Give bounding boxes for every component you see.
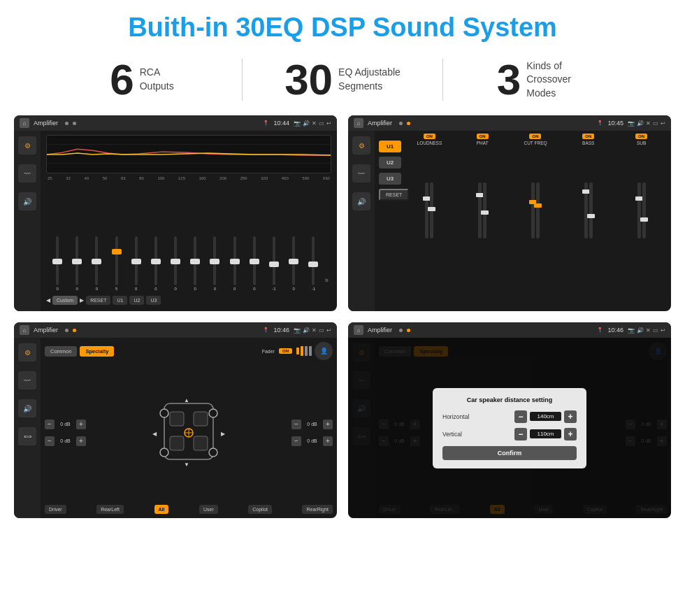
horizontal-plus-btn[interactable]: + [564,410,577,423]
db-plus-3[interactable]: + [323,420,333,429]
fader-btn-3[interactable]: 🔊 [18,399,36,417]
u2-button[interactable]: U2 [379,157,401,169]
min-icon-4[interactable]: ▭ [653,327,658,334]
cross-btn-3[interactable]: 🔊 [352,192,370,210]
slider-9[interactable] [213,236,216,285]
vertical-minus-btn[interactable]: − [514,428,527,440]
cross-btn-2[interactable]: 〰 [352,164,370,182]
sub-slider-2[interactable] [642,182,646,238]
freq-63: 63 [121,176,126,180]
vertical-plus-btn[interactable]: + [564,428,577,440]
slider-5[interactable] [135,236,138,285]
dialog-box: Car speaker distance setting Horizontal … [433,388,586,468]
fader-bar-4 [309,346,312,356]
fader-btn-1[interactable]: ⚙ [18,343,36,361]
eq-prev-icon[interactable]: ◀ [46,297,50,303]
fader-on-badge: ON [279,348,292,354]
cross-btn-1[interactable]: ⚙ [352,136,370,155]
slider-11[interactable] [253,236,256,285]
back-icon-3[interactable]: ↩ [326,327,331,334]
close-icon-2[interactable]: ✕ [646,120,651,127]
slider-2[interactable] [75,236,78,285]
close-icon-eq[interactable]: ✕ [312,120,317,127]
eq-btn-2[interactable]: 〰 [18,164,36,182]
home-icon-3[interactable]: ⌂ [20,325,29,335]
db-minus-4[interactable]: − [291,436,301,446]
home-icon[interactable]: ⌂ [20,118,29,128]
eq-u1-btn[interactable]: U1 [113,296,127,305]
status-dot-7 [399,329,403,332]
svg-text:▶: ▶ [221,431,226,437]
camera-icon: 📷 [294,120,301,127]
svg-text:▼: ▼ [184,461,189,468]
back-icon-eq[interactable]: ↩ [326,120,331,127]
fader-location-icon: 📍 [263,327,269,333]
slider-12[interactable] [273,236,275,285]
fader-btn-4[interactable]: ⟺ [18,427,36,445]
dialog-topbar-icons: 📷 🔊 ✕ ▭ ↩ [628,327,665,334]
bass-slider-2[interactable] [589,182,593,238]
eq-next-icon[interactable]: ▶ [80,297,84,303]
loudness-slider-2[interactable] [430,182,433,238]
sub-slider-1[interactable] [637,182,641,238]
slider-1[interactable] [56,236,59,285]
db-minus-1[interactable]: − [45,420,55,429]
home-icon-4[interactable]: ⌂ [354,325,363,335]
pos-rearright[interactable]: RearRight [302,505,333,514]
crossover-screen-title: Amplifier [368,120,392,127]
min-icon-eq[interactable]: ▭ [319,120,324,127]
pos-all[interactable]: All [154,505,169,514]
confirm-button[interactable]: Confirm [442,446,577,460]
tab-common[interactable]: Common [45,346,77,357]
db-plus-2[interactable]: + [76,436,86,446]
loudness-on-badge: ON [424,134,435,139]
horizontal-minus-btn[interactable]: − [514,410,527,423]
cutfreq-slider-2[interactable] [536,182,540,238]
eq-btn-3[interactable]: 🔊 [18,192,36,210]
u1-button[interactable]: U1 [379,141,401,152]
freq-100: 100 [157,176,164,180]
eq-u2-btn[interactable]: U2 [129,296,144,305]
slider-14[interactable] [312,236,315,285]
pos-rearleft[interactable]: RearLeft [96,505,124,514]
u3-button[interactable]: U3 [379,173,401,185]
db-plus-1[interactable]: + [76,420,86,429]
db-minus-3[interactable]: − [291,420,301,429]
tab-specialty[interactable]: Specialty [80,346,114,357]
slider-4[interactable] [115,236,118,285]
bass-slider-1[interactable] [584,182,588,238]
close-icon-3[interactable]: ✕ [312,327,317,334]
slider-7[interactable] [174,236,177,285]
slider-13[interactable] [292,236,295,285]
eq-preset-custom[interactable]: Custom [52,296,78,305]
crossover-side-panel: ⚙ 〰 🔊 [348,131,375,311]
ch-phat: ON PHAT [457,134,508,308]
pos-user[interactable]: User [199,505,218,514]
back-icon-4[interactable]: ↩ [661,327,665,334]
eq-reset-btn[interactable]: RESET [86,296,110,305]
slider-8[interactable] [194,236,196,285]
slider-6[interactable] [154,236,157,285]
fader-btn-2[interactable]: 〰 [18,371,36,389]
svg-text:◀: ◀ [152,431,157,437]
topbar-dialog: ⌂ Amplifier 📍 10:46 📷 🔊 ✕ ▭ ↩ [348,322,671,338]
min-icon-3[interactable]: ▭ [319,327,324,334]
cutfreq-on-badge: ON [529,134,541,139]
close-icon-4[interactable]: ✕ [646,327,651,334]
db-plus-4[interactable]: + [323,436,333,446]
pos-driver[interactable]: Driver [45,505,66,514]
eq-u3-btn[interactable]: U3 [146,296,161,305]
pos-copilot[interactable]: Copilot [248,505,272,514]
min-icon-2[interactable]: ▭ [653,120,658,127]
screen-dialog: ⌂ Amplifier 📍 10:46 📷 🔊 ✕ ▭ ↩ ⚙ 〰 🔊 ⟺ [348,322,671,518]
dialog-overlay: Car speaker distance setting Horizontal … [348,338,671,518]
phat-slider-2[interactable] [483,182,486,238]
slider-3[interactable] [95,236,98,285]
slider-10[interactable] [233,236,236,285]
back-icon-2[interactable]: ↩ [661,120,665,127]
cutfreq-slider-1[interactable] [531,182,535,238]
home-icon-2[interactable]: ⌂ [354,118,363,128]
fader-settings-icon[interactable]: 👤 [315,342,333,360]
db-minus-2[interactable]: − [45,436,55,446]
eq-btn-1[interactable]: ⚙ [18,136,36,155]
